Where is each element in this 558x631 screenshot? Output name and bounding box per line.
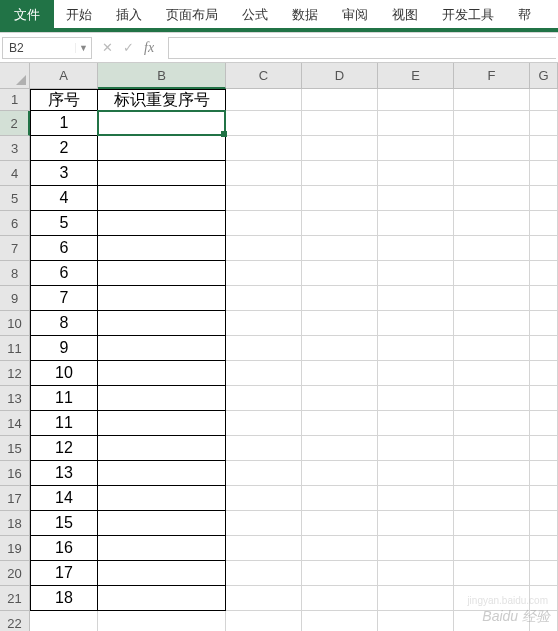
cell-E5[interactable] <box>378 186 454 211</box>
cell-E21[interactable] <box>378 586 454 611</box>
cell-C4[interactable] <box>226 161 302 186</box>
cell-D14[interactable] <box>302 411 378 436</box>
cell-F11[interactable] <box>454 336 530 361</box>
row-header-12[interactable]: 12 <box>0 361 30 386</box>
cell-A11[interactable]: 9 <box>30 336 98 361</box>
cell-D7[interactable] <box>302 236 378 261</box>
row-header-21[interactable]: 21 <box>0 586 30 611</box>
cell-D4[interactable] <box>302 161 378 186</box>
cell-G2[interactable] <box>530 111 558 136</box>
cell-D8[interactable] <box>302 261 378 286</box>
cell-D20[interactable] <box>302 561 378 586</box>
cell-E7[interactable] <box>378 236 454 261</box>
cell-G3[interactable] <box>530 136 558 161</box>
cell-F2[interactable] <box>454 111 530 136</box>
cell-D3[interactable] <box>302 136 378 161</box>
cell-G4[interactable] <box>530 161 558 186</box>
cell-G14[interactable] <box>530 411 558 436</box>
cell-F8[interactable] <box>454 261 530 286</box>
cell-B17[interactable] <box>98 486 226 511</box>
cell-F4[interactable] <box>454 161 530 186</box>
cell-G1[interactable] <box>530 89 558 111</box>
cell-B16[interactable] <box>98 461 226 486</box>
row-header-18[interactable]: 18 <box>0 511 30 536</box>
ribbon-tab-2[interactable]: 插入 <box>104 0 154 28</box>
cell-C1[interactable] <box>226 89 302 111</box>
cell-A22[interactable] <box>30 611 98 631</box>
cell-E8[interactable] <box>378 261 454 286</box>
ribbon-tab-0[interactable]: 文件 <box>0 0 54 28</box>
cell-C18[interactable] <box>226 511 302 536</box>
col-header-C[interactable]: C <box>226 63 302 89</box>
cell-D12[interactable] <box>302 361 378 386</box>
cell-C5[interactable] <box>226 186 302 211</box>
row-header-8[interactable]: 8 <box>0 261 30 286</box>
ribbon-tab-3[interactable]: 页面布局 <box>154 0 230 28</box>
ribbon-tab-9[interactable]: 帮 <box>506 0 543 28</box>
cell-D22[interactable] <box>302 611 378 631</box>
col-header-A[interactable]: A <box>30 63 98 89</box>
row-header-3[interactable]: 3 <box>0 136 30 161</box>
cell-C6[interactable] <box>226 211 302 236</box>
cell-G6[interactable] <box>530 211 558 236</box>
cell-C21[interactable] <box>226 586 302 611</box>
col-header-D[interactable]: D <box>302 63 378 89</box>
cell-B3[interactable] <box>98 136 226 161</box>
cell-D9[interactable] <box>302 286 378 311</box>
cell-A5[interactable]: 4 <box>30 186 98 211</box>
cell-E20[interactable] <box>378 561 454 586</box>
cell-A17[interactable]: 14 <box>30 486 98 511</box>
cell-B11[interactable] <box>98 336 226 361</box>
cell-B20[interactable] <box>98 561 226 586</box>
cell-G8[interactable] <box>530 261 558 286</box>
cell-G11[interactable] <box>530 336 558 361</box>
cell-E2[interactable] <box>378 111 454 136</box>
cell-C19[interactable] <box>226 536 302 561</box>
cell-D1[interactable] <box>302 89 378 111</box>
cell-F19[interactable] <box>454 536 530 561</box>
cell-A19[interactable]: 16 <box>30 536 98 561</box>
cell-G13[interactable] <box>530 386 558 411</box>
cell-C15[interactable] <box>226 436 302 461</box>
ribbon-tab-1[interactable]: 开始 <box>54 0 104 28</box>
cell-C12[interactable] <box>226 361 302 386</box>
cell-C7[interactable] <box>226 236 302 261</box>
row-header-4[interactable]: 4 <box>0 161 30 186</box>
cell-D15[interactable] <box>302 436 378 461</box>
cell-G18[interactable] <box>530 511 558 536</box>
row-header-14[interactable]: 14 <box>0 411 30 436</box>
cell-B19[interactable] <box>98 536 226 561</box>
fx-icon[interactable]: fx <box>144 40 158 56</box>
cell-A8[interactable]: 6 <box>30 261 98 286</box>
cell-B7[interactable] <box>98 236 226 261</box>
cell-E19[interactable] <box>378 536 454 561</box>
cell-C8[interactable] <box>226 261 302 286</box>
cell-G9[interactable] <box>530 286 558 311</box>
row-header-20[interactable]: 20 <box>0 561 30 586</box>
row-header-7[interactable]: 7 <box>0 236 30 261</box>
row-header-2[interactable]: 2 <box>0 111 30 136</box>
cell-F3[interactable] <box>454 136 530 161</box>
cell-F5[interactable] <box>454 186 530 211</box>
row-header-13[interactable]: 13 <box>0 386 30 411</box>
cell-C13[interactable] <box>226 386 302 411</box>
cell-A20[interactable]: 17 <box>30 561 98 586</box>
row-header-17[interactable]: 17 <box>0 486 30 511</box>
cell-G15[interactable] <box>530 436 558 461</box>
cell-B1[interactable]: 标识重复序号 <box>98 89 226 111</box>
cell-C20[interactable] <box>226 561 302 586</box>
cell-E14[interactable] <box>378 411 454 436</box>
row-header-1[interactable]: 1 <box>0 89 30 111</box>
cell-F22[interactable] <box>454 611 530 631</box>
cells-grid[interactable]: 序号标识重复序号123456678910111112131415161718 <box>30 89 558 631</box>
cell-A21[interactable]: 18 <box>30 586 98 611</box>
cell-D11[interactable] <box>302 336 378 361</box>
cell-B5[interactable] <box>98 186 226 211</box>
cell-E10[interactable] <box>378 311 454 336</box>
cell-A2[interactable]: 1 <box>30 111 98 136</box>
cell-G20[interactable] <box>530 561 558 586</box>
cell-F7[interactable] <box>454 236 530 261</box>
cell-A9[interactable]: 7 <box>30 286 98 311</box>
cell-B9[interactable] <box>98 286 226 311</box>
cell-D19[interactable] <box>302 536 378 561</box>
